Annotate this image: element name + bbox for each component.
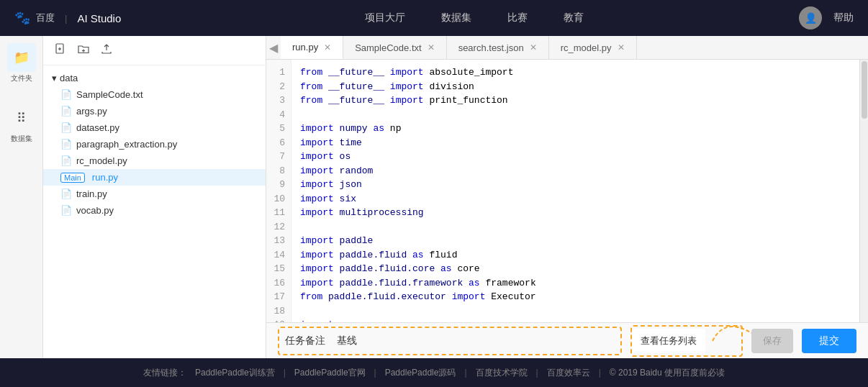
logo-baidu-cn: 百度 [36, 12, 55, 24]
sidebar-item-files[interactable]: 📁 文件夹 [7, 43, 36, 83]
close-tab-icon[interactable]: ✕ [530, 42, 537, 53]
file-icon: 📄 [60, 106, 72, 117]
grid-icon[interactable]: ⠿ [7, 104, 36, 132]
file-icon: 📄 [60, 122, 72, 133]
top-navigation: 🐾 百度 | AI Studio 项目大厅 数据集 比赛 教育 👤 帮助 [0, 0, 868, 36]
list-item[interactable]: 📄 vocab.py [43, 202, 266, 219]
tab-label: search.test.json [458, 42, 524, 53]
close-tab-icon[interactable]: ✕ [324, 42, 331, 53]
code-editor[interactable]: 123456789101112131415161718192021222324 … [266, 60, 868, 322]
new-file-btn[interactable] [52, 42, 69, 59]
line-numbers: 123456789101112131415161718192021222324 [266, 60, 291, 322]
footer-copyright: © 2019 Baidu 使用百度前必读 [610, 367, 725, 379]
sidebar-files-label: 文件夹 [11, 73, 32, 83]
logo-aistudio: AI Studio [77, 12, 121, 24]
folder-icon[interactable]: 📁 [7, 43, 36, 72]
list-item[interactable]: 📄 SampleCode.txt [43, 86, 266, 103]
file-name: train.py [76, 188, 107, 199]
tab-label: SampleCode.txt [355, 42, 422, 53]
folder-data-label: data [60, 73, 78, 83]
menu-projects[interactable]: 项目大厅 [365, 12, 405, 24]
tabs-bar: ◀ run.py ✕ SampleCode.txt ✕ search.test.… [266, 36, 868, 60]
sidebar-datasets-label: 数据集 [11, 134, 32, 144]
task-note-label: 任务备注 [285, 334, 325, 347]
baseline-label: 基线 [337, 334, 357, 347]
avatar[interactable]: 👤 [799, 6, 822, 29]
file-name: args.py [76, 106, 107, 117]
help-link[interactable]: 帮助 [833, 12, 854, 24]
footer: 友情链接： PaddlePaddle训练营 | PaddlePaddle官网 |… [0, 358, 868, 387]
file-name: rc_model.py [76, 155, 127, 166]
main-layout: 📁 文件夹 ⠿ 数据集 [0, 36, 868, 358]
top-menu: 项目大厅 数据集 比赛 教育 [150, 12, 799, 24]
file-panel: ▾ data 📄 SampleCode.txt 📄 args.py 📄 data… [43, 36, 266, 358]
code-content[interactable]: from __future__ import absolute_importfr… [291, 60, 859, 322]
file-name: dataset.py [76, 122, 119, 133]
editor-area: ◀ run.py ✕ SampleCode.txt ✕ search.test.… [266, 36, 868, 358]
file-tree: ▾ data 📄 SampleCode.txt 📄 args.py 📄 data… [43, 65, 266, 358]
scrollbar-vertical[interactable] [859, 60, 868, 322]
footer-link-5[interactable]: 百度效率云 [547, 367, 590, 379]
sidebar: 📁 文件夹 ⠿ 数据集 [0, 36, 43, 358]
list-item[interactable]: 📄 train.py [43, 186, 266, 202]
top-right: 👤 帮助 [799, 6, 854, 29]
file-icon: 📄 [60, 205, 72, 216]
file-icon: 📄 [60, 89, 72, 100]
arrow-decoration [705, 327, 741, 355]
bottom-panel: 任务备注 基线 查看任务列表 保存 提交 [266, 322, 868, 358]
collapse-panel-btn[interactable]: ◀ [269, 41, 278, 55]
list-item[interactable]: 📄 args.py [43, 103, 266, 119]
logo: 🐾 百度 | AI Studio [14, 10, 121, 26]
main-badge: Main [60, 173, 85, 183]
file-name: SampleCode.txt [76, 89, 143, 100]
new-folder-btn[interactable] [75, 42, 92, 59]
tab-label: run.py [292, 42, 318, 53]
file-name: paragraph_extraction.py [76, 139, 177, 150]
footer-link-1[interactable]: PaddlePaddle训练营 [195, 367, 275, 379]
baidu-logo: 🐾 [14, 10, 30, 26]
scrollbar-thumb[interactable] [862, 61, 867, 119]
submit-button[interactable]: 提交 [802, 329, 856, 353]
menu-competition[interactable]: 比赛 [507, 12, 528, 24]
close-tab-icon[interactable]: ✕ [428, 42, 435, 53]
tab-run-py[interactable]: run.py ✕ [281, 36, 343, 59]
footer-link-4[interactable]: 百度技术学院 [476, 367, 528, 379]
close-tab-icon[interactable]: ✕ [618, 42, 625, 53]
tab-search-json[interactable]: search.test.json ✕ [447, 36, 549, 59]
footer-link-2[interactable]: PaddlePaddle官网 [294, 367, 366, 379]
file-icon: 📄 [60, 155, 72, 166]
file-icon: 📄 [60, 139, 72, 150]
chevron-down-icon: ▾ [52, 73, 57, 83]
view-tasks-btn[interactable]: 查看任务列表 [632, 329, 705, 353]
task-input[interactable] [369, 329, 615, 352]
list-item-active[interactable]: Main run.py [43, 169, 266, 186]
file-name: vocab.py [76, 205, 114, 216]
footer-label: 友情链接： [143, 367, 186, 379]
file-toolbar [43, 36, 266, 65]
list-item[interactable]: 📄 rc_model.py [43, 152, 266, 169]
list-item[interactable]: 📄 dataset.py [43, 119, 266, 136]
tab-label: rc_model.py [561, 42, 612, 53]
save-button[interactable]: 保存 [751, 329, 793, 353]
footer-link-3[interactable]: PaddlePaddle源码 [385, 367, 456, 379]
file-icon: 📄 [60, 188, 72, 199]
upload-btn[interactable] [98, 42, 115, 59]
tab-samplecode[interactable]: SampleCode.txt ✕ [343, 36, 447, 59]
folder-data[interactable]: ▾ data [43, 70, 266, 86]
menu-education[interactable]: 教育 [564, 12, 584, 24]
list-item[interactable]: 📄 paragraph_extraction.py [43, 136, 266, 152]
tab-rc-model[interactable]: rc_model.py ✕ [549, 36, 637, 59]
menu-datasets[interactable]: 数据集 [441, 12, 471, 24]
sidebar-item-datasets[interactable]: ⠿ 数据集 [7, 104, 36, 144]
active-file-name: run.py [92, 172, 118, 183]
